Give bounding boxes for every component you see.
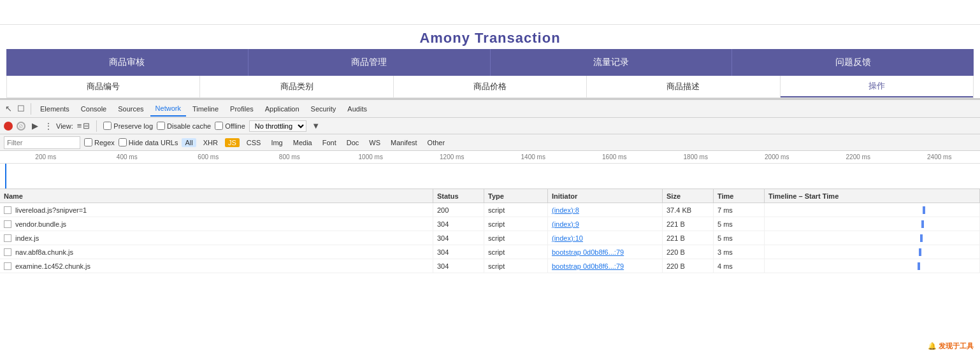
sub-tab-3[interactable]: 商品描述 [587,76,780,97]
sub-tab-0[interactable]: 商品编号 [7,76,200,97]
record-button[interactable] [4,122,13,131]
tab-security[interactable]: Security [306,101,342,117]
file-icon [4,248,11,256]
filter-manifest[interactable]: Manifest [387,138,421,147]
initiator-link[interactable]: bootstrap 0d0b8f6...:79 [552,248,624,256]
filter-icon[interactable]: ⋮ [45,122,52,131]
initiator-link[interactable]: (index):9 [552,220,579,228]
td-initiator[interactable]: bootstrap 0d0b8f6...:79 [548,245,663,259]
filter-media[interactable]: Media [290,138,315,147]
sub-tab-2[interactable]: 商品价格 [394,76,587,97]
filter-all[interactable]: All [182,138,196,147]
tab-console[interactable]: Console [76,101,112,117]
view-label: View: [56,122,73,130]
filter-xhr[interactable]: XHR [200,138,221,147]
nav-tab-2[interactable]: 流量记录 [491,49,733,75]
td-type: script [484,231,548,245]
initiator-link[interactable]: bootstrap 0d0b8f6...:79 [552,262,624,270]
td-type: script [484,203,548,217]
regex-label: Regex [94,139,115,146]
offline-checkbox[interactable]: Offline [215,122,245,130]
cursor-icon[interactable]: ↖ [3,103,14,115]
grid-view-icon[interactable]: ⊟ [83,121,90,131]
filter-font[interactable]: Font [319,138,340,147]
table-row[interactable]: livereload.js?snipver=1200script(index):… [0,203,980,217]
th-initiator: Initiator [548,189,663,203]
timeline-bar [920,234,923,242]
td-initiator[interactable]: (index):9 [548,217,663,231]
hide-data-urls-input[interactable] [119,138,127,146]
timeline-label: 1800 ms [655,153,737,160]
td-time: 3 ms [714,245,765,259]
title-bar: Amony Transaction [0,25,980,49]
th-type: Type [484,189,548,203]
filter-doc[interactable]: Doc [343,138,363,147]
td-status: 304 [433,259,484,273]
tab-sources[interactable]: Sources [113,101,148,117]
td-initiator[interactable]: bootstrap 0d0b8f6...:79 [548,259,663,273]
nav-tab-1[interactable]: 商品管理 [249,49,491,75]
td-timeline [765,245,980,259]
timeline-label: 200 ms [5,153,87,160]
watermark: 🔔 发现于工具 [928,341,974,351]
filter-ws[interactable]: WS [366,138,384,147]
tab-elements[interactable]: Elements [35,101,75,117]
list-view-icon[interactable]: ≡ [77,121,82,131]
throttle-dropdown-icon[interactable]: ▼ [310,120,322,132]
table-row[interactable]: index.js304script(index):10221 B5 ms [0,231,980,245]
initiator-link[interactable]: (index):8 [552,206,579,214]
table-row[interactable]: vendor.bundle.js304script(index):9221 B5… [0,217,980,231]
disable-cache-input[interactable] [157,122,165,130]
td-size: 220 B [663,245,714,259]
td-name: index.js [0,231,433,245]
filter-img[interactable]: Img [268,138,285,147]
hide-data-urls-label: Hide data URLs [129,139,178,146]
timeline-labels: 200 ms400 ms600 ms800 ms1000 ms1200 ms14… [0,151,980,164]
throttle-select[interactable]: No throttling [249,120,306,132]
website-top-bar [0,0,980,25]
filter-input[interactable] [4,136,80,149]
td-name: examine.1c452.chunk.js [0,259,433,273]
td-time: 7 ms [714,203,765,217]
nav-tabs: 商品审核 商品管理 流量记录 问题反馈 [6,49,974,75]
disable-cache-checkbox[interactable]: Disable cache [157,122,211,130]
td-time: 4 ms [714,259,765,273]
timeline-bar [919,248,921,256]
table-row[interactable]: nav.abf8a.chunk.js304scriptbootstrap 0d0… [0,245,980,259]
nav-tab-0[interactable]: 商品审核 [6,49,249,75]
filter-other[interactable]: Other [424,138,449,147]
preserve-log-input[interactable] [103,122,112,130]
tab-network[interactable]: Network [150,101,186,117]
td-initiator[interactable]: (index):10 [548,231,663,245]
tab-application[interactable]: Application [260,101,305,117]
preserve-log-checkbox[interactable]: Preserve log [103,122,153,130]
filter-js[interactable]: JS [225,138,240,147]
sub-tab-1[interactable]: 商品类别 [200,76,393,97]
stop-button[interactable]: ⊘ [17,122,25,131]
tab-profiles[interactable]: Profiles [225,101,259,117]
td-status: 304 [433,231,484,245]
td-name: vendor.bundle.js [0,217,433,231]
hide-data-urls-checkbox[interactable]: Hide data URLs [119,138,178,146]
regex-input[interactable] [84,138,92,146]
file-icon [4,234,11,242]
inspect-icon[interactable]: ☐ [15,103,27,115]
td-initiator[interactable]: (index):8 [548,203,663,217]
th-time: Time [714,189,765,203]
td-time: 5 ms [714,217,765,231]
sub-tab-4[interactable]: 操作 [781,76,973,97]
toolbar-divider-2 [96,120,97,132]
regex-checkbox[interactable]: Regex [84,138,115,146]
offline-input[interactable] [215,122,223,130]
timeline-area: 200 ms400 ms600 ms800 ms1000 ms1200 ms14… [0,151,980,189]
filter-css[interactable]: CSS [243,138,264,147]
app-title: Amony Transaction [419,30,560,46]
initiator-link[interactable]: (index):10 [552,234,583,242]
table-row[interactable]: examine.1c452.chunk.js304scriptbootstrap… [0,259,980,273]
video-icon[interactable]: ▶ [29,120,41,132]
tab-timeline[interactable]: Timeline [187,101,224,117]
th-timeline: Timeline – Start Time [765,189,980,203]
nav-tab-3[interactable]: 问题反馈 [732,49,974,75]
file-icon [4,220,11,228]
tab-audits[interactable]: Audits [342,101,372,117]
